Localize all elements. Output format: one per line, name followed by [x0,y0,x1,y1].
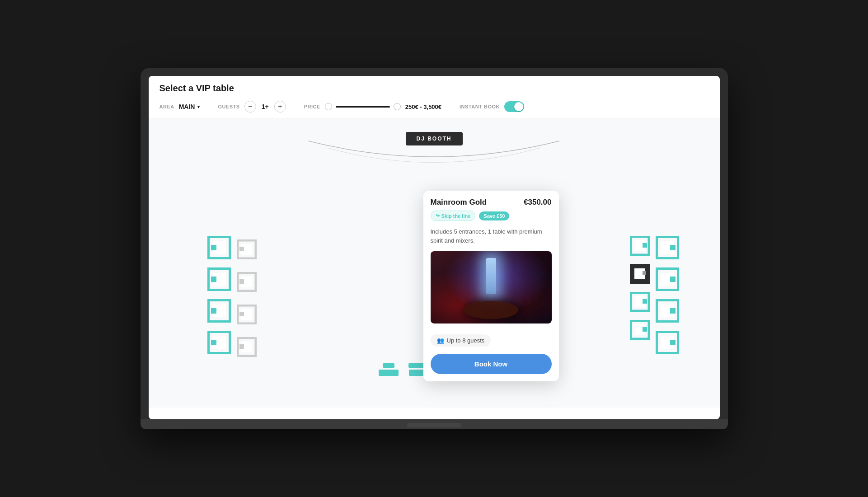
dropdown-arrow-icon: ▾ [197,104,200,109]
svg-rect-41 [643,271,646,275]
skip-the-line-badge: ↬ Skip the line [431,211,476,221]
page-title: Select a VIP table [160,83,709,94]
header-bar: Select a VIP table AREA MAIN ▾ GUESTS − … [149,76,720,118]
right-table-column-inner [630,236,650,342]
vip-table-right-outer-4[interactable] [656,331,679,356]
instant-book-filter: INSTANT BOOK [460,101,524,112]
svg-rect-2 [211,245,216,250]
left-table-column-1 [207,236,231,356]
venue-map-area: DJ BOOTH [149,118,720,408]
vip-table-grey-1[interactable] [237,239,257,261]
svg-rect-26 [670,245,676,250]
bracket-icon [207,299,231,323]
guests-badge: 👥 Up to 8 guests [431,334,491,347]
bracket-icon-grey [237,272,257,292]
bottom-table-1[interactable] [379,363,399,376]
vip-table-grey-3[interactable] [237,305,257,326]
bracket-icon-right [656,236,679,259]
guests-icon: 👥 [437,337,444,344]
svg-rect-23 [239,344,244,349]
svg-rect-38 [643,243,647,248]
popup-guests-section: 👥 Up to 8 guests [423,329,559,350]
screen: Select a VIP table AREA MAIN ▾ GUESTS − … [149,76,720,419]
left-table-column-2 [237,239,257,359]
bracket-icon-grey [237,305,257,324]
popup-title: Mainroom Gold [431,198,487,207]
svg-rect-29 [670,277,676,282]
guests-count: 1+ [261,103,270,110]
vip-table-grey-2[interactable] [237,272,257,294]
popup-image [431,251,552,324]
guests-label: GUESTS [218,104,239,109]
vip-table-right-outer-3[interactable] [656,299,679,324]
area-label: AREA [160,104,174,109]
area-value: MAIN [179,103,195,110]
bracket-icon [207,267,231,291]
svg-rect-32 [670,308,676,314]
price-filter: PRICE 250€ - 3,500€ [304,103,441,110]
price-label: PRICE [304,104,320,109]
instant-book-label: INSTANT BOOK [460,104,500,109]
toggle-knob [514,102,523,111]
svg-rect-14 [239,247,244,251]
vip-table-right-outer-2[interactable] [656,267,679,293]
vip-table-left-1[interactable] [207,236,231,261]
bracket-icon-active [630,264,650,284]
vip-table-right-inner-3[interactable] [630,292,650,314]
price-handle-left[interactable] [325,103,332,110]
price-slider[interactable] [325,103,401,110]
price-handle-right[interactable] [394,103,401,110]
popup-badges: ↬ Skip the line Save £50 [423,211,559,225]
table-surface [464,301,518,319]
area-filter: AREA MAIN ▾ [160,103,200,110]
decrease-guests-button[interactable]: − [244,101,256,113]
vip-table-left-2[interactable] [207,267,231,293]
bracket-icon-right-inner [630,292,650,312]
book-now-button[interactable]: Book Now [431,354,552,374]
svg-rect-35 [670,340,676,345]
trackpad [407,423,461,427]
vip-table-right-inner-2-active[interactable] [630,264,650,286]
svg-rect-8 [211,308,216,314]
area-dropdown[interactable]: MAIN ▾ [179,103,200,110]
vip-table-grey-4[interactable] [237,337,257,359]
bracket-icon-right [656,299,679,323]
bracket-icon-grey [237,239,257,259]
svg-rect-20 [239,312,244,316]
save-badge: Save £50 [479,211,509,220]
price-fill [336,106,390,108]
svg-rect-47 [643,327,647,332]
vip-table-left-4[interactable] [207,331,231,356]
guests-filter: GUESTS − 1+ + [218,101,286,113]
laptop-frame: Select a VIP table AREA MAIN ▾ GUESTS − … [141,68,728,429]
instant-book-toggle[interactable] [504,101,524,112]
vip-table-right-inner-4[interactable] [630,320,650,342]
filters-row: AREA MAIN ▾ GUESTS − 1+ + PRICE [160,101,709,113]
table-top-1 [383,363,394,368]
bracket-icon-grey [237,337,257,357]
increase-guests-button[interactable]: + [274,101,286,113]
bracket-icon-right-inner [630,236,650,256]
bracket-icon-right-inner [630,320,650,340]
vip-table-right-inner-1[interactable] [630,236,650,258]
dj-booth-bar: DJ BOOTH [405,132,462,145]
popup-header: Mainroom Gold €350.00 [423,191,559,211]
price-track [336,106,390,108]
price-range: 250€ - 3,500€ [405,103,441,110]
skip-icon: ↬ [436,213,440,219]
svg-rect-17 [239,279,244,284]
svg-rect-44 [643,299,647,304]
bracket-icon-right [656,331,679,354]
bracket-icon [207,236,231,259]
vip-table-right-outer-1[interactable] [656,236,679,261]
bottle-highlight [486,258,496,294]
bracket-icon-right [656,267,679,291]
popup-card: Mainroom Gold €350.00 ↬ Skip the line Sa… [423,191,559,381]
bracket-icon [207,331,231,354]
popup-description: Includes 5 entrances, 1 table with premi… [423,225,559,249]
svg-rect-5 [211,277,216,282]
right-table-column-outer [656,236,679,356]
svg-rect-11 [211,340,216,345]
table-body-1 [379,370,399,376]
vip-table-left-3[interactable] [207,299,231,324]
